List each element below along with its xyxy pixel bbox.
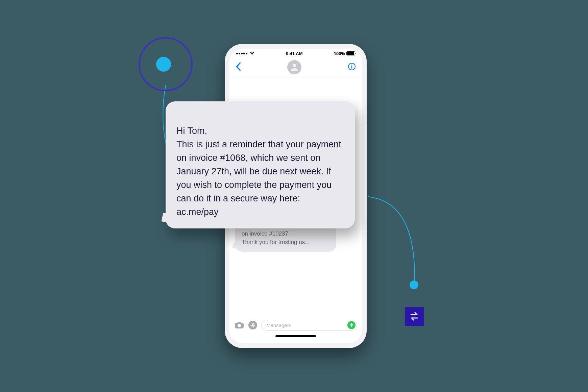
svg-point-5 bbox=[238, 324, 241, 327]
battery-icon bbox=[346, 51, 355, 55]
contact-avatar[interactable] bbox=[287, 60, 301, 74]
svg-rect-4 bbox=[238, 322, 241, 323]
dot-icon bbox=[410, 280, 418, 289]
message-text: Hi Tom, This is just a reminder that you… bbox=[176, 126, 341, 217]
message-placeholder: Mensagem bbox=[266, 322, 347, 328]
input-bar: Mensagem bbox=[229, 316, 362, 335]
nav-bar bbox=[229, 58, 362, 76]
arrow-up-icon bbox=[349, 323, 354, 327]
swap-icon bbox=[409, 311, 420, 322]
appstore-icon bbox=[248, 320, 258, 330]
camera-icon bbox=[235, 321, 244, 329]
connector-curve-bottom bbox=[368, 196, 425, 291]
back-button[interactable] bbox=[236, 62, 241, 72]
dot-icon bbox=[156, 57, 171, 72]
info-button[interactable] bbox=[348, 63, 356, 72]
chevron-left-icon bbox=[236, 62, 241, 71]
svg-rect-2 bbox=[351, 66, 352, 69]
battery-text: 100% bbox=[334, 51, 345, 56]
status-right: 100% bbox=[334, 51, 355, 56]
person-icon bbox=[289, 62, 299, 72]
swap-badge bbox=[405, 307, 424, 326]
status-left bbox=[236, 51, 255, 55]
decorative-ring bbox=[139, 37, 193, 91]
status-time: 9:41 AM bbox=[286, 51, 302, 56]
apps-button[interactable] bbox=[248, 320, 258, 330]
camera-button[interactable] bbox=[234, 320, 244, 330]
send-button[interactable] bbox=[347, 321, 356, 329]
home-indicator[interactable] bbox=[229, 335, 362, 343]
message-input[interactable]: Mensagem bbox=[261, 320, 357, 330]
signal-dots-icon bbox=[236, 53, 247, 54]
message-bubble-reminder: Hi Tom, This is just a reminder that you… bbox=[166, 101, 355, 228]
wifi-icon bbox=[249, 51, 255, 55]
status-bar: 9:41 AM 100% bbox=[229, 49, 362, 58]
info-icon bbox=[348, 63, 356, 71]
svg-point-1 bbox=[351, 65, 352, 66]
